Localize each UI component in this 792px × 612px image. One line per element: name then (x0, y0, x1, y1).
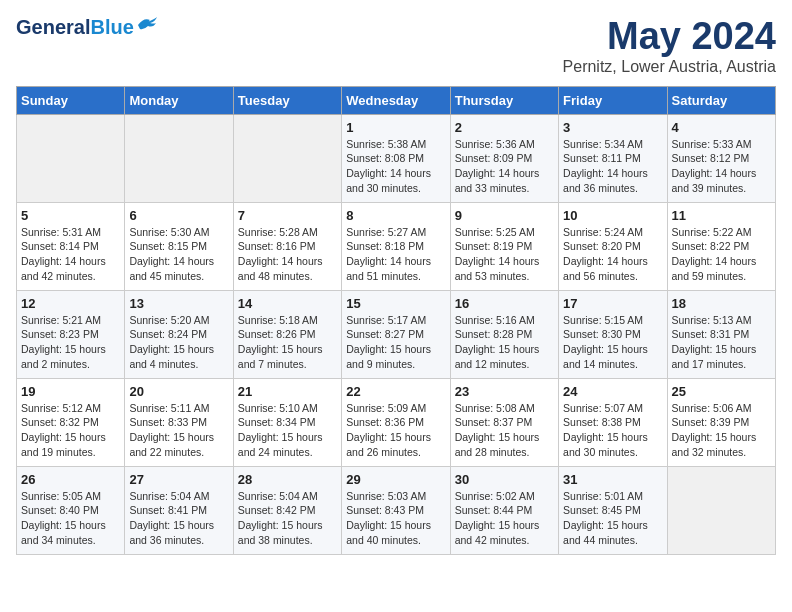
day-number: 26 (21, 472, 120, 487)
day-detail: Sunrise: 5:15 AM Sunset: 8:30 PM Dayligh… (563, 313, 662, 372)
day-number: 25 (672, 384, 771, 399)
calendar-cell (233, 114, 341, 202)
calendar-cell: 28Sunrise: 5:04 AM Sunset: 8:42 PM Dayli… (233, 466, 341, 554)
day-number: 30 (455, 472, 554, 487)
calendar-cell (17, 114, 125, 202)
calendar-cell: 1Sunrise: 5:38 AM Sunset: 8:08 PM Daylig… (342, 114, 450, 202)
calendar-cell: 12Sunrise: 5:21 AM Sunset: 8:23 PM Dayli… (17, 290, 125, 378)
day-detail: Sunrise: 5:34 AM Sunset: 8:11 PM Dayligh… (563, 137, 662, 196)
calendar-cell: 7Sunrise: 5:28 AM Sunset: 8:16 PM Daylig… (233, 202, 341, 290)
logo-bird-icon (136, 15, 158, 33)
calendar-cell: 4Sunrise: 5:33 AM Sunset: 8:12 PM Daylig… (667, 114, 775, 202)
day-number: 6 (129, 208, 228, 223)
day-detail: Sunrise: 5:08 AM Sunset: 8:37 PM Dayligh… (455, 401, 554, 460)
day-number: 23 (455, 384, 554, 399)
calendar-cell (125, 114, 233, 202)
day-detail: Sunrise: 5:18 AM Sunset: 8:26 PM Dayligh… (238, 313, 337, 372)
calendar-week-row: 1Sunrise: 5:38 AM Sunset: 8:08 PM Daylig… (17, 114, 776, 202)
day-detail: Sunrise: 5:12 AM Sunset: 8:32 PM Dayligh… (21, 401, 120, 460)
calendar-cell (667, 466, 775, 554)
weekday-header: Friday (559, 86, 667, 114)
day-detail: Sunrise: 5:06 AM Sunset: 8:39 PM Dayligh… (672, 401, 771, 460)
day-detail: Sunrise: 5:25 AM Sunset: 8:19 PM Dayligh… (455, 225, 554, 284)
day-detail: Sunrise: 5:10 AM Sunset: 8:34 PM Dayligh… (238, 401, 337, 460)
day-detail: Sunrise: 5:16 AM Sunset: 8:28 PM Dayligh… (455, 313, 554, 372)
calendar-cell: 14Sunrise: 5:18 AM Sunset: 8:26 PM Dayli… (233, 290, 341, 378)
day-detail: Sunrise: 5:31 AM Sunset: 8:14 PM Dayligh… (21, 225, 120, 284)
day-number: 13 (129, 296, 228, 311)
day-number: 17 (563, 296, 662, 311)
title-block: May 2024 Pernitz, Lower Austria, Austria (563, 16, 776, 76)
day-number: 10 (563, 208, 662, 223)
day-number: 24 (563, 384, 662, 399)
calendar-cell: 15Sunrise: 5:17 AM Sunset: 8:27 PM Dayli… (342, 290, 450, 378)
calendar-cell: 16Sunrise: 5:16 AM Sunset: 8:28 PM Dayli… (450, 290, 558, 378)
day-detail: Sunrise: 5:17 AM Sunset: 8:27 PM Dayligh… (346, 313, 445, 372)
day-number: 11 (672, 208, 771, 223)
logo: GeneralBlue (16, 16, 158, 38)
day-detail: Sunrise: 5:05 AM Sunset: 8:40 PM Dayligh… (21, 489, 120, 548)
logo-text: GeneralBlue (16, 16, 134, 38)
day-number: 1 (346, 120, 445, 135)
calendar-cell: 18Sunrise: 5:13 AM Sunset: 8:31 PM Dayli… (667, 290, 775, 378)
calendar-table: SundayMondayTuesdayWednesdayThursdayFrid… (16, 86, 776, 555)
calendar-cell: 9Sunrise: 5:25 AM Sunset: 8:19 PM Daylig… (450, 202, 558, 290)
day-detail: Sunrise: 5:13 AM Sunset: 8:31 PM Dayligh… (672, 313, 771, 372)
day-number: 27 (129, 472, 228, 487)
calendar-cell: 22Sunrise: 5:09 AM Sunset: 8:36 PM Dayli… (342, 378, 450, 466)
calendar-cell: 8Sunrise: 5:27 AM Sunset: 8:18 PM Daylig… (342, 202, 450, 290)
day-detail: Sunrise: 5:07 AM Sunset: 8:38 PM Dayligh… (563, 401, 662, 460)
day-detail: Sunrise: 5:36 AM Sunset: 8:09 PM Dayligh… (455, 137, 554, 196)
weekday-header: Thursday (450, 86, 558, 114)
calendar-week-row: 12Sunrise: 5:21 AM Sunset: 8:23 PM Dayli… (17, 290, 776, 378)
calendar-cell: 24Sunrise: 5:07 AM Sunset: 8:38 PM Dayli… (559, 378, 667, 466)
calendar-cell: 27Sunrise: 5:04 AM Sunset: 8:41 PM Dayli… (125, 466, 233, 554)
weekday-header: Saturday (667, 86, 775, 114)
day-number: 21 (238, 384, 337, 399)
day-number: 5 (21, 208, 120, 223)
day-number: 19 (21, 384, 120, 399)
day-number: 29 (346, 472, 445, 487)
calendar-cell: 21Sunrise: 5:10 AM Sunset: 8:34 PM Dayli… (233, 378, 341, 466)
day-number: 22 (346, 384, 445, 399)
day-detail: Sunrise: 5:04 AM Sunset: 8:42 PM Dayligh… (238, 489, 337, 548)
day-number: 7 (238, 208, 337, 223)
calendar-cell: 3Sunrise: 5:34 AM Sunset: 8:11 PM Daylig… (559, 114, 667, 202)
day-detail: Sunrise: 5:04 AM Sunset: 8:41 PM Dayligh… (129, 489, 228, 548)
day-number: 20 (129, 384, 228, 399)
weekday-header-row: SundayMondayTuesdayWednesdayThursdayFrid… (17, 86, 776, 114)
day-detail: Sunrise: 5:24 AM Sunset: 8:20 PM Dayligh… (563, 225, 662, 284)
calendar-cell: 2Sunrise: 5:36 AM Sunset: 8:09 PM Daylig… (450, 114, 558, 202)
day-detail: Sunrise: 5:27 AM Sunset: 8:18 PM Dayligh… (346, 225, 445, 284)
calendar-week-row: 19Sunrise: 5:12 AM Sunset: 8:32 PM Dayli… (17, 378, 776, 466)
day-detail: Sunrise: 5:02 AM Sunset: 8:44 PM Dayligh… (455, 489, 554, 548)
calendar-cell: 11Sunrise: 5:22 AM Sunset: 8:22 PM Dayli… (667, 202, 775, 290)
day-number: 9 (455, 208, 554, 223)
day-number: 18 (672, 296, 771, 311)
day-detail: Sunrise: 5:21 AM Sunset: 8:23 PM Dayligh… (21, 313, 120, 372)
day-detail: Sunrise: 5:11 AM Sunset: 8:33 PM Dayligh… (129, 401, 228, 460)
calendar-cell: 23Sunrise: 5:08 AM Sunset: 8:37 PM Dayli… (450, 378, 558, 466)
day-number: 14 (238, 296, 337, 311)
day-detail: Sunrise: 5:30 AM Sunset: 8:15 PM Dayligh… (129, 225, 228, 284)
page-header: GeneralBlue May 2024 Pernitz, Lower Aust… (16, 16, 776, 76)
calendar-cell: 25Sunrise: 5:06 AM Sunset: 8:39 PM Dayli… (667, 378, 775, 466)
calendar-cell: 10Sunrise: 5:24 AM Sunset: 8:20 PM Dayli… (559, 202, 667, 290)
day-number: 2 (455, 120, 554, 135)
calendar-cell: 5Sunrise: 5:31 AM Sunset: 8:14 PM Daylig… (17, 202, 125, 290)
weekday-header: Monday (125, 86, 233, 114)
day-number: 28 (238, 472, 337, 487)
calendar-cell: 13Sunrise: 5:20 AM Sunset: 8:24 PM Dayli… (125, 290, 233, 378)
calendar-cell: 20Sunrise: 5:11 AM Sunset: 8:33 PM Dayli… (125, 378, 233, 466)
day-detail: Sunrise: 5:01 AM Sunset: 8:45 PM Dayligh… (563, 489, 662, 548)
calendar-cell: 29Sunrise: 5:03 AM Sunset: 8:43 PM Dayli… (342, 466, 450, 554)
day-detail: Sunrise: 5:28 AM Sunset: 8:16 PM Dayligh… (238, 225, 337, 284)
calendar-week-row: 26Sunrise: 5:05 AM Sunset: 8:40 PM Dayli… (17, 466, 776, 554)
calendar-cell: 26Sunrise: 5:05 AM Sunset: 8:40 PM Dayli… (17, 466, 125, 554)
weekday-header: Wednesday (342, 86, 450, 114)
calendar-cell: 19Sunrise: 5:12 AM Sunset: 8:32 PM Dayli… (17, 378, 125, 466)
day-detail: Sunrise: 5:03 AM Sunset: 8:43 PM Dayligh… (346, 489, 445, 548)
calendar-cell: 31Sunrise: 5:01 AM Sunset: 8:45 PM Dayli… (559, 466, 667, 554)
day-detail: Sunrise: 5:22 AM Sunset: 8:22 PM Dayligh… (672, 225, 771, 284)
day-detail: Sunrise: 5:09 AM Sunset: 8:36 PM Dayligh… (346, 401, 445, 460)
